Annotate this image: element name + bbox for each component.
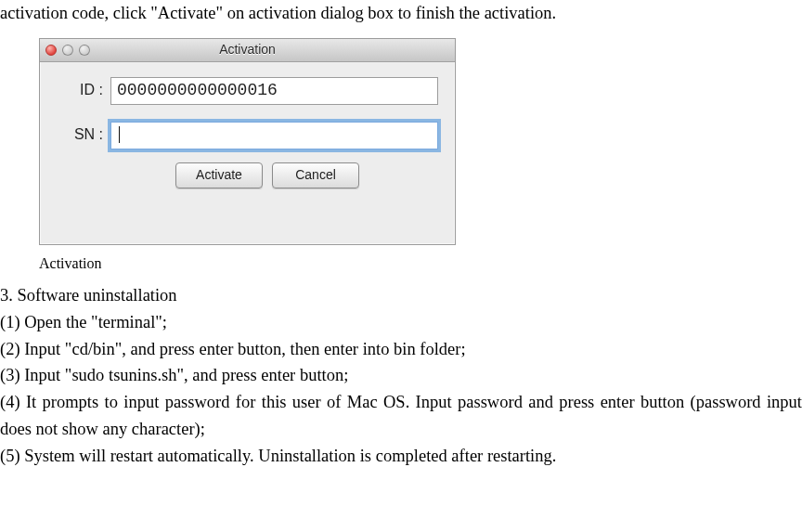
window-title: Activation [40, 40, 455, 60]
window-controls [45, 45, 90, 56]
dialog-body: ID : 0000000000000016 SN : Activate Canc… [40, 62, 455, 244]
lead-paragraph: activation code, click "Activate" on act… [0, 0, 802, 27]
uninstall-step: (1) Open the "terminal"; [0, 309, 802, 336]
zoom-icon[interactable] [79, 45, 90, 56]
cancel-button[interactable]: Cancel [272, 162, 359, 188]
text-caret [119, 126, 120, 143]
activation-dialog-figure: Activation ID : 0000000000000016 SN : Ac… [39, 38, 802, 245]
sn-field[interactable] [110, 122, 438, 149]
sn-label: SN : [57, 123, 110, 147]
close-icon[interactable] [45, 45, 57, 56]
uninstall-step: (3) Input "sudo tsunins.sh", and press e… [0, 362, 802, 389]
section-heading: 3. Software uninstallation [0, 282, 802, 309]
activate-button[interactable]: Activate [175, 162, 263, 188]
id-row: ID : 0000000000000016 [57, 77, 438, 105]
activation-dialog-window: Activation ID : 0000000000000016 SN : Ac… [39, 38, 456, 245]
uninstall-step: (2) Input "cd/bin", and press enter butt… [0, 336, 802, 363]
window-titlebar: Activation [40, 39, 455, 62]
minimize-icon[interactable] [62, 45, 73, 56]
dialog-button-row: Activate Cancel [175, 162, 438, 188]
uninstall-step: (4) It prompts to input password for thi… [0, 389, 802, 442]
figure-caption: Activation [39, 253, 802, 276]
sn-row: SN : [57, 122, 438, 149]
id-field[interactable]: 0000000000000016 [110, 77, 438, 105]
id-label: ID : [57, 79, 110, 102]
uninstall-step: (5) System will restart automatically. U… [0, 443, 802, 470]
